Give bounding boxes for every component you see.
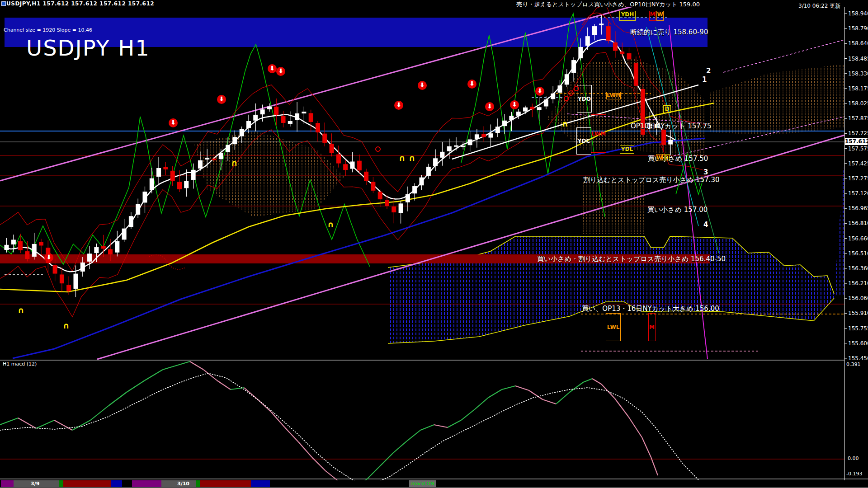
candle-body xyxy=(503,121,507,126)
macd-line-segment xyxy=(502,386,515,389)
sell-arrow-icon: ⬇ xyxy=(169,118,178,127)
date-label: 3/9 xyxy=(31,481,39,487)
candle-body xyxy=(454,145,458,146)
candle-body xyxy=(108,249,113,254)
macd-line-segment xyxy=(393,441,407,453)
level-box-ydo: YDO xyxy=(577,85,592,113)
candle-body xyxy=(101,246,105,249)
macd-line-segment xyxy=(592,379,601,384)
sell-arrow-icon: ⬇ xyxy=(394,101,403,110)
hook-marker-icon: ∩ xyxy=(63,323,70,329)
hook-marker-icon: ∩ xyxy=(327,221,334,228)
candle-body xyxy=(406,195,410,202)
price-axis-label: 158.175 xyxy=(848,85,868,92)
macd-line-segment xyxy=(72,420,90,430)
wave-number: 3 xyxy=(703,168,708,176)
candle-body xyxy=(11,240,15,244)
kumo-cloud-orange xyxy=(710,64,844,136)
macd-line-segment xyxy=(407,430,420,441)
level-box-m: M xyxy=(649,11,656,21)
candle-body xyxy=(357,161,361,170)
candle-body xyxy=(164,167,168,169)
sell-arrow-icon: ⬇ xyxy=(217,95,226,104)
candle-body xyxy=(613,42,617,51)
session-segment[interactable] xyxy=(1,480,14,487)
macd-line-segment xyxy=(163,364,181,370)
candle-body xyxy=(316,123,320,132)
macd-line-segment xyxy=(542,399,556,404)
candle-body xyxy=(295,113,299,120)
macd-line-segment xyxy=(475,398,488,409)
macd-toggle-button[interactable]: macd ON xyxy=(409,480,436,487)
sell-arrow-icon: ⬇ xyxy=(268,64,277,73)
candle-body xyxy=(606,27,610,41)
candle-body xyxy=(495,127,500,133)
price-axis-label: 156.965 xyxy=(848,205,868,211)
chart-icon xyxy=(1,1,6,6)
candle-body xyxy=(25,252,29,259)
level-box-ydc: YDC xyxy=(576,127,591,155)
candle-body xyxy=(627,54,631,59)
candle-body xyxy=(468,140,472,145)
price-axis-label: 155.600 xyxy=(848,340,868,347)
kumo-cloud-orange xyxy=(194,130,344,217)
price-chart-canvas[interactable] xyxy=(0,0,868,488)
candle-body xyxy=(205,158,209,160)
macd-line-segment xyxy=(628,417,642,437)
candle-body xyxy=(516,112,520,116)
sell-arrow-icon: ⬇ xyxy=(418,81,427,90)
session-segment[interactable] xyxy=(251,480,270,487)
candle-body xyxy=(330,144,334,153)
price-axis-label: 157.875 xyxy=(848,115,868,122)
macd-line-segment xyxy=(90,406,108,420)
candle-body xyxy=(344,164,348,170)
macd-line-segment xyxy=(461,409,475,420)
price-axis-label: 155.755 xyxy=(848,325,868,332)
price-axis-label: 157.120 xyxy=(848,190,868,197)
price-axis-label: 157.575 xyxy=(848,145,868,152)
level-box-w: W xyxy=(656,154,663,160)
symbol-watermark: USDJPY H1 xyxy=(26,35,150,61)
candle-body xyxy=(53,265,57,273)
candle-body xyxy=(392,207,396,212)
candle-body xyxy=(67,285,71,291)
candle-body xyxy=(336,155,340,163)
macd-indicator-label: H1 macd (12) xyxy=(3,361,37,367)
candle-body xyxy=(413,186,417,193)
channel-info-label: Channel size = 1920 Slope = 10.46 xyxy=(4,27,92,33)
macd-line-segment xyxy=(190,361,203,370)
session-segment[interactable] xyxy=(63,480,111,487)
level-box-ydh: YDH xyxy=(619,11,636,21)
macd-line-segment xyxy=(217,380,231,389)
macd-line-segment xyxy=(285,427,298,442)
level-box-ydl: YDL xyxy=(620,145,634,154)
candle-body xyxy=(88,254,92,261)
sell-arrow-icon: ⬇ xyxy=(276,67,285,76)
price-note: OP10日NYカット 157.75 xyxy=(631,122,712,131)
candle-body xyxy=(247,122,251,128)
session-segment[interactable] xyxy=(200,480,251,487)
price-axis-label: 157.275 xyxy=(848,175,868,182)
macd-line-segment xyxy=(366,466,380,480)
session-segment[interactable] xyxy=(111,480,122,487)
macd-line-segment xyxy=(488,389,502,398)
macd-line-segment xyxy=(556,392,570,404)
macd-line-segment xyxy=(601,384,615,399)
macd-line-segment xyxy=(515,386,529,390)
macd-line-segment xyxy=(570,382,583,392)
price-axis-label: 158.485 xyxy=(848,56,868,62)
session-segment[interactable] xyxy=(196,480,200,487)
macd-min-label: -0.193 xyxy=(846,471,862,477)
wave-number: 4 xyxy=(703,221,708,229)
candle-body xyxy=(585,37,590,46)
macd-line-segment xyxy=(434,425,448,427)
session-segment[interactable] xyxy=(132,480,161,487)
candle-body xyxy=(115,241,119,252)
session-segment[interactable] xyxy=(59,480,63,487)
candle-body xyxy=(593,27,597,35)
candle-body xyxy=(80,263,85,271)
signal-ring-icon xyxy=(564,96,569,101)
macd-line-segment xyxy=(145,370,163,380)
candle-body xyxy=(323,134,327,142)
candle-body xyxy=(530,107,534,109)
